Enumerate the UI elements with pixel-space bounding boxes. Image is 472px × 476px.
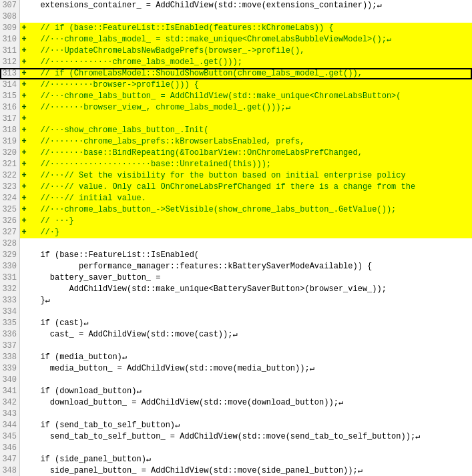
line-marker: +: [20, 159, 28, 170]
line-number: 316: [0, 102, 20, 113]
code-line: 338 if (media_button)↵: [0, 352, 472, 363]
line-text: if (cast)↵: [28, 318, 472, 329]
code-line: 345 send_tab_to_self_button_ = AddChildV…: [0, 431, 472, 443]
line-text: //·····················base::Unretained(…: [28, 159, 472, 170]
line-marker: [20, 409, 28, 420]
code-editor: 307 extensions_container_ = AddChildView…: [0, 0, 472, 476]
line-number: 309: [0, 23, 20, 34]
line-marker: +: [20, 113, 28, 125]
line-number: 346: [0, 443, 20, 454]
line-text: // if (base::FeatureList::IsEnabled(feat…: [28, 23, 472, 34]
code-line: 334: [0, 306, 472, 318]
line-number: 327: [0, 227, 20, 238]
code-line: 321+ //·····················base::Unreta…: [0, 159, 472, 170]
code-line: 324+ //···// initial value.: [0, 193, 472, 204]
code-line: 310+ //···chrome_labs_model_ = std::make…: [0, 34, 472, 45]
line-number: 313: [0, 68, 20, 79]
line-text: //·······base::BindRepeating(&ToolbarVie…: [28, 148, 472, 159]
line-text: //·········browser->profile())) {: [28, 79, 472, 91]
line-text: //·}: [28, 227, 472, 238]
line-text: performance_manager::features::kBatteryS…: [28, 261, 472, 272]
code-line: 333 }↵: [0, 295, 472, 306]
code-line: 331 battery_saver_button_ =: [0, 272, 472, 284]
line-text: // if (ChromeLabsModel::ShouldShowButton…: [28, 68, 472, 79]
line-number: 347: [0, 454, 20, 465]
line-marker: +: [20, 216, 28, 227]
line-text: battery_saver_button_ =: [28, 272, 472, 284]
line-marker: [20, 0, 28, 11]
line-number: 307: [0, 0, 20, 11]
code-line: 337: [0, 340, 472, 352]
code-line: 312+ //·············chrome_labs_model_.g…: [0, 57, 472, 68]
line-number: 333: [0, 295, 20, 306]
code-line: 309+ // if (base::FeatureList::IsEnabled…: [0, 23, 472, 34]
line-marker: [20, 352, 28, 363]
code-line: 319+ //·······chrome_labs_prefs::kBrowse…: [0, 136, 472, 148]
line-marker: +: [20, 204, 28, 216]
code-line: 346: [0, 443, 472, 454]
line-text: //···// initial value.: [28, 193, 472, 204]
line-text: //···chrome_labs_button_ = AddChildView(…: [28, 91, 472, 102]
line-text: //···chrome_labs_button_->SetVisible(sho…: [28, 204, 472, 216]
line-text: if (download_button)↵: [28, 386, 472, 397]
code-line: 340: [0, 375, 472, 386]
line-number: 325: [0, 204, 20, 216]
code-line: 311+ //···UpdateChromeLabsNewBadgePrefs(…: [0, 45, 472, 57]
line-text: //···chrome_labs_model_ = std::make_uniq…: [28, 34, 472, 45]
code-line: 343: [0, 409, 472, 420]
line-marker: [20, 272, 28, 284]
line-number: 314: [0, 79, 20, 91]
code-line: 308: [0, 11, 472, 23]
line-marker: [20, 306, 28, 318]
line-marker: +: [20, 34, 28, 45]
code-line: 327+ //·}: [0, 227, 472, 238]
line-number: 329: [0, 250, 20, 261]
code-line: 347 if (side_panel_button)↵: [0, 454, 472, 465]
code-line: 318+ //···show_chrome_labs_button_.Init(: [0, 125, 472, 136]
line-text: AddChildView(std::make_unique<BatterySav…: [28, 284, 472, 295]
line-text: if (media_button)↵: [28, 352, 472, 363]
line-marker: +: [20, 125, 28, 136]
line-text: media_button_ = AddChildView(std::move(m…: [28, 363, 472, 375]
line-number: 338: [0, 352, 20, 363]
line-marker: +: [20, 227, 28, 238]
line-number: 348: [0, 465, 20, 476]
line-number: 343: [0, 409, 20, 420]
line-text: if (base::FeatureList::IsEnabled(: [28, 250, 472, 261]
code-line: 325+ //···chrome_labs_button_->SetVisibl…: [0, 204, 472, 216]
line-marker: [20, 238, 28, 250]
code-line: 341 if (download_button)↵: [0, 386, 472, 397]
line-marker: [20, 250, 28, 261]
line-number: 324: [0, 193, 20, 204]
line-number: 341: [0, 386, 20, 397]
line-text: if (send_tab_to_self_button)↵: [28, 420, 472, 431]
line-marker: [20, 454, 28, 465]
line-marker: [20, 318, 28, 329]
line-number: 339: [0, 363, 20, 375]
code-line: 342 download_button_ = AddChildView(std:…: [0, 397, 472, 409]
line-text: extensions_container_ = AddChildView(std…: [28, 0, 472, 11]
line-number: 337: [0, 340, 20, 352]
code-line: 313+ // if (ChromeLabsModel::ShouldShowB…: [0, 68, 472, 79]
line-marker: [20, 386, 28, 397]
line-number: 330: [0, 261, 20, 272]
code-line: 332 AddChildView(std::make_unique<Batter…: [0, 284, 472, 295]
code-line: 315+ //···chrome_labs_button_ = AddChild…: [0, 91, 472, 102]
line-number: 308: [0, 11, 20, 23]
code-line: 339 media_button_ = AddChildView(std::mo…: [0, 363, 472, 375]
line-number: 336: [0, 329, 20, 340]
code-line: 326+ // ···}: [0, 216, 472, 227]
line-text: }↵: [28, 295, 472, 306]
line-marker: +: [20, 193, 28, 204]
code-line: 322+ //···// Set the visibility for the …: [0, 170, 472, 182]
line-marker: [20, 465, 28, 476]
line-marker: [20, 284, 28, 295]
line-number: 345: [0, 431, 20, 443]
line-marker: +: [20, 68, 28, 79]
line-text: cast_ = AddChildView(std::move(cast));↵: [28, 329, 472, 340]
line-text: //·············chrome_labs_model_.get())…: [28, 57, 472, 68]
line-text: if (side_panel_button)↵: [28, 454, 472, 465]
line-marker: [20, 261, 28, 272]
line-text: side_panel_button_ = AddChildView(std::m…: [28, 465, 472, 476]
code-line: 323+ //···// value. Only call OnChromeLa…: [0, 182, 472, 193]
